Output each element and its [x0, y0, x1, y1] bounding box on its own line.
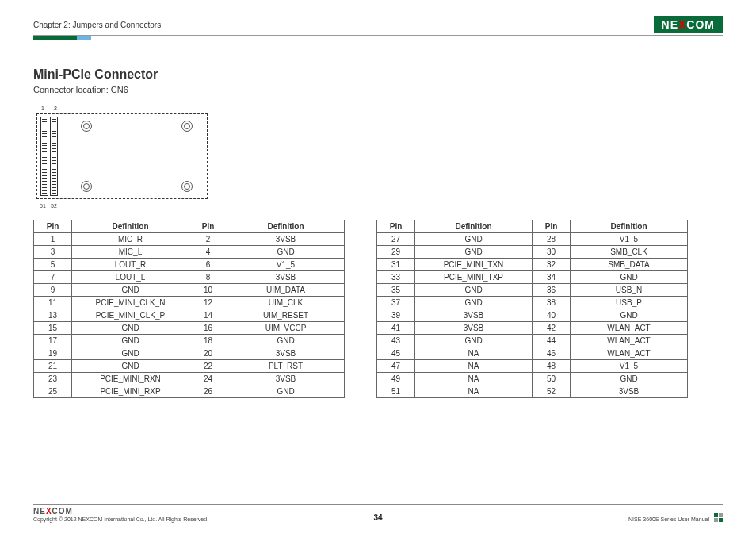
- definition-cell: USB_N: [571, 284, 688, 297]
- definition-cell: UIM_CLK: [227, 297, 345, 309]
- th-def: Definition: [72, 220, 189, 233]
- table-row: 413VSB42WLAN_ACT: [377, 322, 688, 335]
- pin-cell: 13: [34, 309, 72, 322]
- definition-cell: PCIE_MINI_TXN: [415, 259, 533, 271]
- table-row: 1MIC_R23VSB: [34, 233, 345, 246]
- th-def: Definition: [571, 220, 688, 233]
- table-row: 49NA50GND: [377, 373, 688, 385]
- pin-cell: 31: [377, 259, 415, 271]
- board-outline: [36, 113, 208, 199]
- mounting-hole-icon: [81, 121, 92, 132]
- definition-cell: PCIE_MINI_RXP: [72, 385, 189, 398]
- th-def: Definition: [415, 220, 533, 233]
- pin-cell: 51: [377, 385, 415, 398]
- definition-cell: GND: [415, 335, 533, 347]
- connector-diagram: 1 2 51 52: [33, 105, 212, 209]
- pin-header-icon: [40, 117, 59, 196]
- pin-label-2: 2: [54, 105, 57, 111]
- table-row: 47NA48V1_5: [377, 360, 688, 373]
- pin-cell: 35: [377, 284, 415, 297]
- definition-cell: PCIE_MINI_RXN: [72, 373, 189, 385]
- definition-cell: UIM_DATA: [227, 284, 345, 297]
- footer-logo: NEXCOM: [33, 507, 208, 516]
- definition-cell: PCIE_MINI_CLK_P: [72, 309, 189, 322]
- pin-cell: 17: [34, 335, 72, 347]
- table-header-row: Pin Definition Pin Definition: [377, 220, 688, 233]
- pin-cell: 6: [189, 259, 227, 271]
- th-pin: Pin: [533, 220, 571, 233]
- definition-cell: MIC_L: [72, 246, 189, 259]
- pin-cell: 16: [189, 322, 227, 335]
- pin-label-51: 51: [40, 203, 46, 209]
- table-row: 27GND28V1_5: [377, 233, 688, 246]
- pin-cell: 18: [189, 335, 227, 347]
- th-pin: Pin: [189, 220, 227, 233]
- pin-cell: 2: [189, 233, 227, 246]
- document-title: NISE 3600E Series User Manual: [628, 516, 709, 522]
- footer-ornament-icon: [714, 513, 723, 522]
- pin-cell: 37: [377, 297, 415, 309]
- pin-cell: 46: [533, 347, 571, 360]
- pin-cell: 44: [533, 335, 571, 347]
- table-row: 23PCIE_MINI_RXN243VSB: [34, 373, 345, 385]
- definition-cell: GND: [571, 271, 688, 284]
- pin-cell: 21: [34, 360, 72, 373]
- definition-cell: GND: [571, 373, 688, 385]
- pin-cell: 25: [34, 385, 72, 398]
- chapter-title: Chapter 2: Jumpers and Connectors: [33, 21, 161, 29]
- table-row: 31PCIE_MINI_TXN32SMB_DATA: [377, 259, 688, 271]
- pin-cell: 40: [533, 309, 571, 322]
- pin-label-52: 52: [51, 203, 57, 209]
- pin-cell: 19: [34, 347, 72, 360]
- definition-cell: NA: [415, 373, 533, 385]
- definition-cell: GND: [72, 347, 189, 360]
- pin-cell: 47: [377, 360, 415, 373]
- table-row: 37GND38USB_P: [377, 297, 688, 309]
- definition-cell: WLAN_ACT: [571, 347, 688, 360]
- pin-cell: 8: [189, 271, 227, 284]
- pin-cell: 27: [377, 233, 415, 246]
- pin-cell: 41: [377, 322, 415, 335]
- definition-cell: V1_5: [227, 259, 345, 271]
- pin-cell: 49: [377, 373, 415, 385]
- table-row: 5LOUT_R6V1_5: [34, 259, 345, 271]
- definition-cell: SMB_CLK: [571, 246, 688, 259]
- definition-cell: 3VSB: [415, 322, 533, 335]
- pin-cell: 7: [34, 271, 72, 284]
- pin-cell: 34: [533, 271, 571, 284]
- th-pin: Pin: [34, 220, 72, 233]
- pin-cell: 48: [533, 360, 571, 373]
- section-title: Mini-PCIe Connector: [33, 67, 723, 82]
- definition-cell: PCIE_MINI_TXP: [415, 271, 533, 284]
- definition-cell: MIC_R: [72, 233, 189, 246]
- definition-cell: GND: [227, 246, 345, 259]
- pin-cell: 15: [34, 322, 72, 335]
- connector-location: Connector location: CN6: [33, 85, 723, 94]
- table-row: 45NA46WLAN_ACT: [377, 347, 688, 360]
- definition-cell: WLAN_ACT: [571, 322, 688, 335]
- pin-label-1: 1: [41, 105, 44, 111]
- table-row: 33PCIE_MINI_TXP34GND: [377, 271, 688, 284]
- definition-cell: GND: [72, 335, 189, 347]
- definition-cell: WLAN_ACT: [571, 335, 688, 347]
- definition-cell: UIM_VCCP: [227, 322, 345, 335]
- pin-cell: 10: [189, 284, 227, 297]
- table-row: 25PCIE_MINI_RXP26GND: [34, 385, 345, 398]
- pin-cell: 5: [34, 259, 72, 271]
- definition-cell: NA: [415, 360, 533, 373]
- table-row: 9GND10UIM_DATA: [34, 284, 345, 297]
- pin-cell: 24: [189, 373, 227, 385]
- pin-cell: 11: [34, 297, 72, 309]
- table-row: 51NA523VSB: [377, 385, 688, 398]
- pin-cell: 32: [533, 259, 571, 271]
- pin-cell: 45: [377, 347, 415, 360]
- pin-cell: 39: [377, 309, 415, 322]
- definition-cell: GND: [571, 309, 688, 322]
- definition-cell: SMB_DATA: [571, 259, 688, 271]
- table-row: 393VSB40GND: [377, 309, 688, 322]
- page-number: 34: [373, 513, 382, 522]
- definition-cell: GND: [227, 335, 345, 347]
- mounting-hole-icon: [181, 181, 193, 192]
- pin-cell: 22: [189, 360, 227, 373]
- pin-cell: 43: [377, 335, 415, 347]
